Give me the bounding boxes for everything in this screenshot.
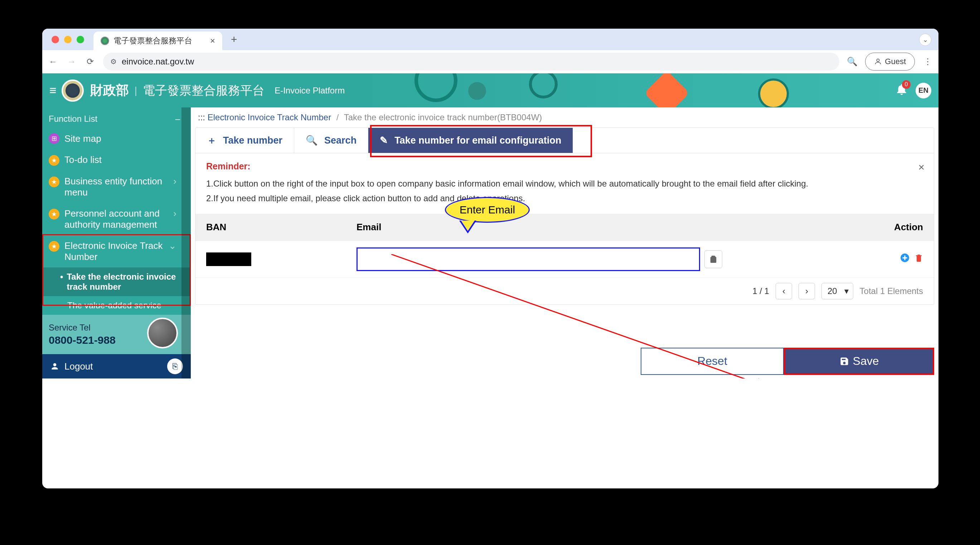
sidebar-footer: Service Tel 0800-521-988 xyxy=(42,315,191,354)
plus-icon: ＋ xyxy=(207,134,216,147)
row-actions xyxy=(880,253,923,265)
reminder-line2: 2.If you need multiple email, please cli… xyxy=(206,191,923,206)
close-tab-icon[interactable]: × xyxy=(210,36,215,46)
sidebar-item-business[interactable]: ★ Business entity function menu › xyxy=(42,171,191,203)
notification-icon[interactable]: 0 xyxy=(895,82,908,99)
browser-window: 電子發票整合服務平台 × + ⌄ ← → ⟳ ⚙ einvoice.nat.go… xyxy=(42,29,939,488)
clipboard-icon xyxy=(710,255,717,263)
kebab-menu-icon[interactable]: ⋮ xyxy=(922,56,934,67)
new-tab-button[interactable]: + xyxy=(231,33,237,45)
col-ban: BAN xyxy=(206,222,356,233)
breadcrumb-link[interactable]: Electronic Invoice Track Number xyxy=(208,112,331,122)
reminder-title: Reminder: xyxy=(206,161,923,172)
star-icon: ★ xyxy=(49,209,59,220)
zoom-icon[interactable]: 🔍 xyxy=(846,56,858,67)
forward-icon: → xyxy=(66,56,77,67)
col-email: Email xyxy=(356,222,880,233)
browser-tab[interactable]: 電子發票整合服務平台 × xyxy=(94,32,222,50)
annotation-box xyxy=(370,125,592,157)
url-text: einvoice.nat.gov.tw xyxy=(122,57,194,67)
breadcrumb-current: Take the electronic invoice track number… xyxy=(344,112,542,122)
profile-button[interactable]: Guest xyxy=(865,53,915,70)
sitemap-icon: ⊞ xyxy=(49,133,59,144)
app-subtitle: E-Invoice Platform xyxy=(275,86,345,96)
logout-button-icon[interactable]: ⎘ xyxy=(167,359,183,374)
logout-bar: Logout ⎘ xyxy=(42,354,191,378)
guest-icon xyxy=(874,57,882,65)
maximize-window-icon[interactable] xyxy=(76,36,84,43)
collapse-icon[interactable]: – xyxy=(175,114,180,124)
close-window-icon[interactable] xyxy=(51,36,59,43)
logout-label[interactable]: Logout xyxy=(64,361,93,372)
email-input[interactable] xyxy=(356,247,700,271)
save-button[interactable]: Save xyxy=(784,348,934,375)
prev-page-icon[interactable]: ‹ xyxy=(776,283,792,300)
tab-take-number[interactable]: ＋ Take number xyxy=(196,128,294,153)
tabs-dropdown-icon[interactable]: ⌄ xyxy=(919,33,931,46)
ban-value-redacted xyxy=(206,252,251,266)
page-position: 1 / 1 xyxy=(752,286,769,296)
window-controls xyxy=(42,36,94,43)
main-panel: ＋ Take number 🔍 Search ✎ Take number for… xyxy=(195,127,934,305)
main-content: ::: Electronic Invoice Track Number / Ta… xyxy=(191,107,939,378)
chevron-down-icon: ⌄ xyxy=(169,240,177,251)
app-header: ≡ 財政部 | 電子發票整合服務平台 E-Invoice Platform 0 … xyxy=(42,73,939,107)
delete-row-icon[interactable] xyxy=(915,253,923,265)
sidebar-item-sitemap[interactable]: ⊞ Site map xyxy=(42,128,191,149)
browser-tabbar: 電子發票整合服務平台 × + ⌄ xyxy=(42,29,939,50)
next-page-icon[interactable]: › xyxy=(799,283,815,300)
address-bar[interactable]: ⚙ einvoice.nat.gov.tw xyxy=(103,53,839,70)
favicon-icon xyxy=(100,37,109,45)
tab-search[interactable]: 🔍 Search xyxy=(294,128,368,153)
breadcrumb: ::: Electronic Invoice Track Number / Ta… xyxy=(191,107,939,127)
chevron-right-icon: › xyxy=(173,208,177,219)
table-row xyxy=(196,241,934,277)
close-icon[interactable]: × xyxy=(918,161,924,173)
star-icon: ★ xyxy=(49,177,59,187)
save-icon xyxy=(839,356,850,367)
svg-point-0 xyxy=(877,59,880,62)
chevron-right-icon: › xyxy=(173,176,177,187)
sidebar-item-personnel[interactable]: ★ Personnel account and authority manage… xyxy=(42,203,191,235)
sidebar: Function List – ⊞ Site map ★ To-do list … xyxy=(42,107,191,378)
logo-icon xyxy=(62,80,84,102)
back-icon[interactable]: ← xyxy=(47,56,59,67)
tab-title: 電子發票整合服務平台 xyxy=(113,35,206,46)
language-toggle[interactable]: EN xyxy=(916,83,931,99)
mascot-icon xyxy=(147,318,178,348)
col-action: Action xyxy=(880,222,923,233)
pagination: 1 / 1 ‹ › 20 Total 1 Elements xyxy=(196,277,934,304)
tab-bar: ＋ Take number 🔍 Search ✎ Take number for… xyxy=(196,128,934,153)
star-icon: ★ xyxy=(49,155,59,166)
footer-buttons: Reset Save xyxy=(191,348,934,375)
search-icon: 🔍 xyxy=(305,135,318,146)
paste-button[interactable] xyxy=(705,250,722,268)
reset-button[interactable]: Reset xyxy=(641,348,784,375)
page-total: Total 1 Elements xyxy=(860,286,923,296)
user-icon xyxy=(50,362,59,371)
menu-toggle-icon[interactable]: ≡ xyxy=(49,83,57,97)
sidebar-header: Function List – xyxy=(42,107,191,128)
annotation-callout: Enter Email xyxy=(445,197,530,223)
reminder-line1: 1.Click button on the right of the input… xyxy=(206,177,923,191)
sidebar-item-todo[interactable]: ★ To-do list xyxy=(42,149,191,171)
page-viewport: ≡ 財政部 | 電子發票整合服務平台 E-Invoice Platform 0 … xyxy=(42,73,939,378)
reminder-box: Reminder: 1.Click button on the right of… xyxy=(196,153,934,214)
app-title: 電子發票整合服務平台 xyxy=(143,82,264,99)
minimize-window-icon[interactable] xyxy=(64,36,72,43)
reload-icon[interactable]: ⟳ xyxy=(84,56,96,67)
table-header: BAN Email Action xyxy=(196,214,934,241)
notification-badge: 0 xyxy=(902,80,910,89)
page-size-select[interactable]: 20 xyxy=(821,283,853,300)
url-bar: ← → ⟳ ⚙ einvoice.nat.gov.tw 🔍 Guest ⋮ xyxy=(42,50,939,73)
org-name: 財政部 xyxy=(90,82,129,99)
add-row-icon[interactable] xyxy=(900,253,910,265)
site-settings-icon[interactable]: ⚙ xyxy=(110,57,117,66)
